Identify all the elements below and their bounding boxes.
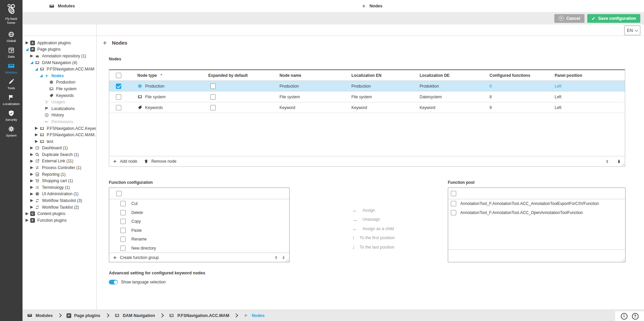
caret-icon[interactable] [40,74,43,77]
to-the-first-position-button[interactable]: ↑To the first position [352,233,395,243]
breadcrumb-item-nodes[interactable]: Nodes [243,313,264,318]
tree-item-keywords[interactable]: Keywords [23,92,96,99]
expanded-by-default-checkbox[interactable] [210,105,216,110]
cancel-button[interactable]: Cancel [554,14,585,23]
caret-icon[interactable] [35,140,38,143]
pool-item[interactable]: AnnotationTool_F.AnnotationTool.ACC_Open… [448,208,625,217]
resize-handle[interactable] [621,258,625,262]
expanded-by-default-checkbox[interactable] [210,94,216,100]
tree-item-history[interactable]: History [23,112,96,119]
tree-item-annotation-repository-1[interactable]: Annotation repository (1) [23,53,96,59]
function-checkbox[interactable] [120,201,126,206]
move-function-down-button[interactable] [281,255,286,260]
tree-item-external-link-11[interactable]: External Link (11) [23,158,96,165]
move-node-down-button[interactable] [616,159,621,164]
caret-icon[interactable] [30,166,33,169]
function-item-delete[interactable]: Delete [109,208,289,217]
column-header-panel-position[interactable]: Panel position [552,73,625,78]
function-checkbox[interactable] [120,210,126,215]
move-function-up-button[interactable] [274,255,278,260]
tree-item-shopping-cart-1[interactable]: Shopping cart (1) [23,177,96,184]
pool-item-checkbox[interactable] [451,210,456,215]
tab-nodes[interactable]: Nodes [361,0,382,12]
show-language-selection-toggle-row[interactable]: Show language selection [109,280,166,284]
caret-icon[interactable] [30,160,33,163]
caret-icon[interactable] [26,48,29,51]
caret-icon[interactable] [30,61,33,64]
sidebar-item-system[interactable]: System [0,125,23,137]
tree-item-production[interactable]: Production [23,79,96,86]
save-configuration-button[interactable]: Save configuration [587,14,640,23]
caret-icon[interactable] [26,212,29,215]
sidebar-item-localization[interactable]: Localization [0,94,23,106]
pool-item[interactable]: AnnotationTool_F.AnnotationTool.ACC_Anno… [448,199,625,208]
column-header-configured-functions[interactable]: Configured functions [487,73,552,78]
function-checkbox[interactable] [120,228,126,233]
tree-item-dashboard-1[interactable]: Dashboard (1) [23,145,96,152]
caret-icon[interactable] [26,41,29,44]
function-item-rename[interactable]: Rename [109,235,289,244]
add-node-button[interactable]: Add node [113,159,137,164]
caret-icon[interactable] [26,219,29,222]
sidebar-item-tools[interactable]: Tools [0,78,23,90]
tree-item-reporting-1[interactable]: Reporting (1) [23,171,96,178]
unassign-button[interactable]: →Unassign [352,215,395,224]
column-header-localization-de[interactable]: Localization DE [417,73,487,78]
caret-icon[interactable] [35,127,38,130]
column-header-node-type[interactable]: Node type* [135,73,206,78]
tree-item-file-system[interactable]: File system [23,86,96,92]
tree-item-nodes[interactable]: Nodes [23,72,96,79]
tree-item-p-fsnavigation-acc-mam[interactable]: P.FSNavigation.ACC.MAM.... [23,131,96,138]
caret-icon[interactable] [30,199,33,202]
breadcrumb-item-modules[interactable]: Modules [27,313,53,318]
question-icon[interactable] [632,313,639,320]
breadcrumb-item-dam-navigation[interactable]: DAM Navigation [114,313,155,318]
panel-position-cell[interactable]: Left [552,95,625,99]
pool-item-checkbox[interactable] [451,201,456,206]
tree-item-content-plugins[interactable]: CContent plugins [23,210,96,217]
caret-icon[interactable] [30,147,33,150]
tree-item-p-fsnavigation-acc-mam[interactable]: P.FSNavigation.ACC.MAM [23,66,96,72]
assign-button[interactable]: ←Assign [352,206,395,215]
tree-item-dam-navigation-4[interactable]: DAM Navigation (4) [23,59,96,66]
caret-icon[interactable] [30,179,33,182]
tree-item-p-fsnavigation-acc-keywo[interactable]: P.FSNavigation.ACC.Keywo.. [23,125,96,132]
tree-item-duplicate-search-1[interactable]: Duplicate Search (1) [23,151,96,158]
select-all-checkbox[interactable] [451,191,456,196]
move-node-up-button[interactable] [605,159,610,164]
toggle-switch[interactable] [109,280,118,284]
configured-functions-cell[interactable]: 6 [487,84,552,89]
tree-item-workflow-tasklist-2[interactable]: Workflow Tasklist (2) [23,204,96,211]
caret-icon[interactable] [35,133,38,137]
tree-item-application-plugins[interactable]: AApplication plugins [23,40,96,46]
remove-node-button[interactable]: Remove node [144,159,176,164]
tree-item-ui-administration-1[interactable]: UI Administration (1) [23,191,96,198]
row-select-checkbox[interactable] [116,84,121,89]
caret-icon[interactable] [30,193,33,196]
configured-functions-cell[interactable]: 8 [487,95,552,99]
create-function-group-button[interactable]: Create function group [113,255,159,260]
caret-icon[interactable] [30,206,33,209]
tree-item-workflow-statuslist-3[interactable]: Workflow Statuslist (3) [23,197,96,204]
column-header-expanded-by-default[interactable]: Expanded by default [206,73,277,78]
column-header-localization-en[interactable]: Localization EN [349,73,417,78]
caret-icon[interactable] [35,68,38,71]
node-row-keywords[interactable]: KeywordsKeywordKeywordKeyword9Left [109,102,625,113]
info-icon[interactable] [621,313,628,320]
sidebar-item-security[interactable]: Security [0,110,23,121]
tree-item-page-plugins[interactable]: PPage plugins [23,46,96,53]
function-item-cut[interactable]: Cut [109,199,289,208]
caret-icon[interactable] [30,186,33,189]
tree-item-terminology-1[interactable]: Terminology (1) [23,184,96,191]
tree-item-test[interactable]: test [23,138,96,145]
function-checkbox[interactable] [120,236,126,242]
sidebar-item-modules[interactable]: Modules [0,62,23,74]
function-item-copy[interactable]: Copy [109,217,289,226]
sidebar-item-data[interactable]: Data [0,47,23,58]
sidebar-item-global[interactable]: Global [0,31,23,43]
function-checkbox[interactable] [120,246,126,251]
column-header-node-name[interactable]: Node name [277,73,349,78]
language-selector[interactable]: EN [624,25,640,35]
assign-as-a-child-button[interactable]: ←Assign as a child [352,224,395,233]
select-all-checkbox[interactable] [116,73,121,78]
